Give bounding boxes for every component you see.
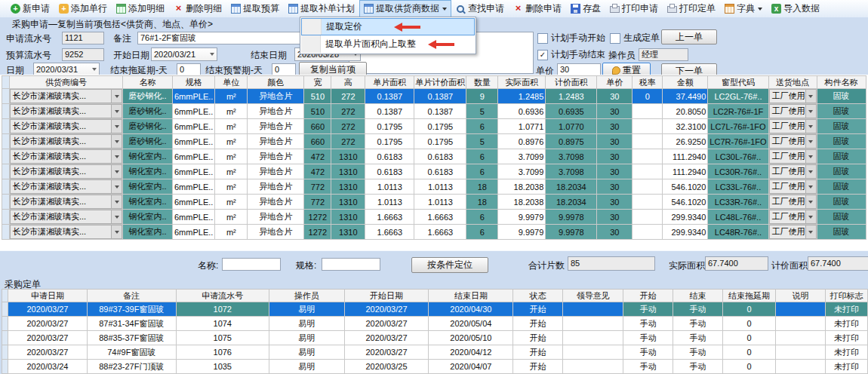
order-table-row[interactable]: 2020/03/2488#23-27F门顶玻1035易明2020/03/2520… — [2, 360, 868, 374]
detail-table-row[interactable]: 长沙市潇湘玻璃实...钢化室内..6mmPLE..m²异地合片77213101.… — [2, 195, 866, 210]
chevron-down-icon[interactable] — [805, 120, 816, 133]
menu-item-extract-piece-area-roundup[interactable]: 提取单片面积向上取整 — [301, 35, 475, 53]
row-selector[interactable] — [2, 225, 10, 240]
search-request-button[interactable]: 查找申请 — [451, 0, 509, 17]
row-selector[interactable] — [2, 179, 10, 195]
combo-cell[interactable]: 工厂使用 — [768, 134, 817, 149]
delete-detail-button[interactable]: 删除明细 — [169, 0, 226, 17]
column-header[interactable]: 申请流水号 — [176, 290, 269, 302]
chevron-down-icon[interactable] — [805, 195, 816, 208]
chevron-down-icon[interactable] — [111, 90, 122, 103]
column-header[interactable]: 规格 — [173, 76, 215, 89]
column-header[interactable]: 打印标志 — [825, 290, 867, 302]
order-table-row[interactable]: 2020/03/2788#35-37F窗固玻1075易明2020/03/2720… — [2, 331, 868, 345]
detail-table-row[interactable]: 长沙市潇湘玻璃实...磨砂钢化..6mmPLE..m²异地合片5102720.1… — [2, 89, 866, 104]
column-header[interactable]: 窗型代码 — [708, 76, 768, 89]
combo-cell[interactable]: 长沙市潇湘玻璃实... — [10, 119, 123, 134]
locate-by-condition-button[interactable]: 按条件定位 — [411, 257, 488, 273]
combo-cell[interactable]: 工厂使用 — [768, 89, 817, 104]
column-header[interactable]: 开始 — [623, 290, 673, 302]
chevron-down-icon[interactable] — [111, 135, 122, 148]
chevron-down-icon[interactable] — [805, 90, 816, 103]
column-header[interactable]: 构件名称 — [817, 76, 866, 89]
plan-manual-start-checkbox[interactable]: 计划手动开始 — [537, 32, 605, 44]
new-request-button[interactable]: 新申请 — [6, 0, 54, 17]
detail-table-row[interactable]: 长沙市潇湘玻璃实...磨砂钢化..6mmPLE..m²异地合片6602720.1… — [2, 119, 866, 134]
row-selector[interactable] — [2, 119, 10, 134]
chevron-down-icon[interactable] — [805, 180, 816, 193]
column-header[interactable]: 单价 — [597, 76, 633, 89]
row-selector[interactable] — [2, 104, 10, 119]
combo-cell[interactable]: 工厂使用 — [768, 210, 817, 225]
detail-table-row[interactable]: 长沙市潇湘玻璃实...钢化室内..6mmPLE..m²异地合片47213100.… — [2, 164, 866, 179]
order-table-row[interactable]: 2020/03/2787#31-34F窗固玻1074易明2020/03/2720… — [2, 317, 868, 331]
chevron-down-icon[interactable] — [805, 210, 816, 223]
column-header[interactable]: 高 — [331, 76, 365, 89]
column-header[interactable]: 送货地点 — [768, 76, 817, 89]
column-header[interactable]: 名称 — [123, 76, 173, 89]
order-table-row[interactable]: 2020/03/2789#37-39F窗固玻1072易明2020/03/2720… — [2, 302, 868, 317]
delete-request-button[interactable]: 删除申请 — [509, 0, 566, 17]
chevron-down-icon[interactable] — [111, 120, 122, 133]
import-data-button[interactable]: 导入数据 — [767, 0, 824, 17]
row-selector[interactable] — [2, 302, 8, 317]
combo-cell[interactable]: 长沙市潇湘玻璃实... — [10, 164, 123, 179]
combo-cell[interactable]: 长沙市潇湘玻璃实... — [10, 134, 123, 149]
column-header[interactable]: 金额 — [663, 76, 708, 89]
row-selector[interactable] — [2, 195, 10, 210]
combo-cell[interactable]: 长沙市潇湘玻璃实... — [10, 210, 123, 225]
print-request-button[interactable]: 打印申请 — [605, 0, 663, 17]
combo-cell[interactable]: 长沙市潇湘玻璃实... — [10, 104, 123, 119]
column-header[interactable]: 税率 — [633, 76, 663, 89]
detail-table-row[interactable]: 长沙市潇湘玻璃实...磨砂钢化..6mmPLE..m²异地合片5102720.1… — [2, 104, 866, 119]
column-header[interactable]: 计价面积 — [546, 76, 597, 89]
row-selector[interactable] — [2, 164, 10, 179]
column-header[interactable]: 颜色 — [248, 76, 304, 89]
combo-cell[interactable]: 长沙市潇湘玻璃实... — [10, 149, 123, 164]
extract-supplement-plan-button[interactable]: 提取补单计划 — [284, 0, 359, 17]
row-selector[interactable] — [2, 317, 8, 331]
column-header[interactable]: 结束拖延期 — [723, 290, 776, 302]
chevron-down-icon[interactable] — [111, 195, 122, 208]
add-detail-button[interactable]: 添加明细 — [112, 0, 169, 17]
row-selector[interactable] — [2, 345, 8, 360]
chevron-down-icon[interactable] — [111, 180, 122, 193]
order-table-row[interactable]: 2020/03/2774#9F窗固玻1076易明2020/03/272020/0… — [2, 345, 868, 360]
column-header[interactable]: 领导意见 — [563, 290, 623, 302]
combo-cell[interactable]: 长沙市潇湘玻璃实... — [10, 89, 123, 104]
chevron-down-icon[interactable] — [805, 225, 816, 238]
menu-item-extract-pricing[interactable]: 提取定价 — [301, 18, 475, 35]
combo-cell[interactable]: 工厂使用 — [768, 179, 817, 195]
combo-cell[interactable]: 长沙市潇湘玻璃实... — [10, 179, 123, 195]
row-selector[interactable] — [2, 331, 8, 345]
chevron-down-icon[interactable] — [111, 225, 122, 238]
detail-table-row[interactable]: 长沙市潇湘玻璃实...钢化室内..6mmPLE..m²异地合片127213101… — [2, 210, 866, 225]
chevron-down-icon[interactable] — [111, 210, 122, 223]
combo-cell[interactable]: 工厂使用 — [768, 225, 817, 240]
column-header[interactable]: 操作员 — [269, 290, 344, 302]
dictionary-button[interactable]: 字典 — [720, 0, 767, 17]
column-header[interactable]: 结束 — [673, 290, 723, 302]
chevron-down-icon[interactable] — [805, 135, 816, 148]
chevron-down-icon[interactable] — [111, 105, 122, 118]
chevron-down-icon[interactable] — [805, 165, 816, 178]
detail-table-row[interactable]: 长沙市潇湘玻璃实...磨砂钢化..6mmPLE..m²异地合片6602720.1… — [2, 134, 866, 149]
row-selector[interactable] — [2, 134, 10, 149]
column-header[interactable]: 实际面积 — [498, 76, 546, 89]
combo-cell[interactable]: 长沙市潇湘玻璃实... — [10, 195, 123, 210]
column-header[interactable]: 单位 — [215, 76, 248, 89]
column-header[interactable]: 开始日期 — [344, 290, 429, 302]
column-header[interactable]: 数量 — [466, 76, 498, 89]
combo-cell[interactable]: 长沙市潇湘玻璃实... — [10, 225, 123, 240]
column-header[interactable]: 单片面积 — [365, 76, 414, 89]
add-row-button[interactable]: 添加单行 — [54, 0, 112, 17]
row-selector[interactable] — [2, 149, 10, 164]
row-selector[interactable] — [2, 89, 10, 104]
row-selector[interactable] — [2, 360, 8, 374]
chevron-down-icon[interactable] — [111, 165, 122, 178]
generate-order-checkbox[interactable]: 生成定单 — [610, 32, 660, 44]
chevron-down-icon[interactable] — [111, 150, 122, 163]
column-header[interactable]: 申请日期 — [8, 290, 87, 302]
column-header[interactable]: 说明 — [776, 290, 826, 302]
detail-table-row[interactable]: 长沙市潇湘玻璃实...钢化室内..6mmPLE..m²异地合片47213100.… — [2, 149, 866, 164]
